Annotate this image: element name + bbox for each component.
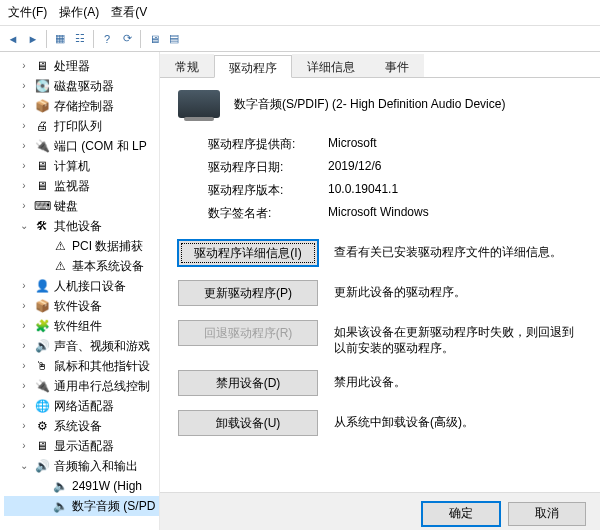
- tree-item-label: 键盘: [54, 197, 78, 215]
- menu-bar: 文件(F) 操作(A) 查看(V: [0, 0, 600, 26]
- tree-item[interactable]: 🔈2491W (High: [4, 476, 159, 496]
- twisty-icon[interactable]: ›: [18, 157, 30, 175]
- device-category-icon: 🧩: [34, 318, 50, 334]
- disable-device-desc: 禁用此设备。: [334, 370, 582, 390]
- device-category-icon: 🔊: [34, 338, 50, 354]
- tree-item[interactable]: ›🖱鼠标和其他指针设: [4, 356, 159, 376]
- twisty-icon[interactable]: ›: [18, 437, 30, 455]
- tab-events[interactable]: 事件: [370, 54, 424, 77]
- twisty-icon[interactable]: ›: [18, 417, 30, 435]
- device-category-icon: 👤: [34, 278, 50, 294]
- tree-item-label: 处理器: [54, 57, 90, 75]
- scan-icon[interactable]: ⟳: [118, 30, 136, 48]
- twisty-icon[interactable]: ›: [18, 377, 30, 395]
- device-category-icon: ⚠: [52, 258, 68, 274]
- device-category-icon: ⚠: [52, 238, 68, 254]
- tree-item-label: 显示适配器: [54, 437, 114, 455]
- forward-icon[interactable]: ►: [24, 30, 42, 48]
- tree-item-label: 监视器: [54, 177, 90, 195]
- tree-item-label: 通用串行总线控制: [54, 377, 150, 395]
- tree-item[interactable]: ›🖥监视器: [4, 176, 159, 196]
- tree-item-label: 系统设备: [54, 417, 102, 435]
- tree-item-label: 网络适配器: [54, 397, 114, 415]
- device-category-icon: 🖥: [34, 178, 50, 194]
- twisty-icon[interactable]: ›: [18, 137, 30, 155]
- device-tree[interactable]: ›🖥处理器›💽磁盘驱动器›📦存储控制器›🖨打印队列›🔌端口 (COM 和 LP›…: [0, 52, 160, 530]
- ok-button[interactable]: 确定: [422, 502, 500, 526]
- extra-icon[interactable]: ▤: [165, 30, 183, 48]
- tab-general[interactable]: 常规: [160, 54, 214, 77]
- tree-item[interactable]: ›🧩软件组件: [4, 316, 159, 336]
- twisty-icon[interactable]: ⌄: [18, 457, 30, 475]
- tree-item[interactable]: ›⚙系统设备: [4, 416, 159, 436]
- properties-dialog: 常规 驱动程序 详细信息 事件 数字音频(S/PDIF) (2- High De…: [160, 52, 600, 530]
- twisty-icon[interactable]: ⌄: [18, 217, 30, 235]
- device-icon[interactable]: 🖥: [145, 30, 163, 48]
- twisty-icon[interactable]: ›: [18, 177, 30, 195]
- tree-item[interactable]: ›⌨键盘: [4, 196, 159, 216]
- disable-device-button[interactable]: 禁用设备(D): [178, 370, 318, 396]
- tree-item[interactable]: ›📦存储控制器: [4, 96, 159, 116]
- twisty-icon[interactable]: ›: [18, 317, 30, 335]
- tree-icon[interactable]: ☷: [71, 30, 89, 48]
- twisty-icon[interactable]: ›: [18, 77, 30, 95]
- tree-item[interactable]: 🔈数字音频 (S/PD: [4, 496, 159, 516]
- twisty-icon[interactable]: ›: [18, 397, 30, 415]
- tree-item-label: 磁盘驱动器: [54, 77, 114, 95]
- cancel-button[interactable]: 取消: [508, 502, 586, 526]
- device-title: 数字音频(S/PDIF) (2- High Definition Audio D…: [234, 96, 505, 113]
- tree-item[interactable]: ›🖥处理器: [4, 56, 159, 76]
- tree-item[interactable]: ›💽磁盘驱动器: [4, 76, 159, 96]
- uninstall-device-button[interactable]: 卸载设备(U): [178, 410, 318, 436]
- provider-value: Microsoft: [328, 136, 377, 153]
- menu-action[interactable]: 操作(A): [55, 2, 103, 23]
- twisty-icon[interactable]: ›: [18, 97, 30, 115]
- twisty-icon[interactable]: ›: [18, 197, 30, 215]
- tree-item[interactable]: ›🖨打印队列: [4, 116, 159, 136]
- update-driver-desc: 更新此设备的驱动程序。: [334, 280, 582, 300]
- tree-item-label: 人机接口设备: [54, 277, 126, 295]
- tree-item[interactable]: ›📦软件设备: [4, 296, 159, 316]
- separator: [140, 30, 141, 48]
- twisty-icon[interactable]: ›: [18, 297, 30, 315]
- tree-item[interactable]: ⚠基本系统设备: [4, 256, 159, 276]
- twisty-icon[interactable]: ›: [18, 277, 30, 295]
- tree-item-label: PCI 数据捕获: [72, 237, 143, 255]
- twisty-icon[interactable]: ›: [18, 357, 30, 375]
- show-icon[interactable]: ▦: [51, 30, 69, 48]
- tree-item[interactable]: ›🌐网络适配器: [4, 396, 159, 416]
- twisty-icon[interactable]: ›: [18, 337, 30, 355]
- help-icon[interactable]: ?: [98, 30, 116, 48]
- separator: [93, 30, 94, 48]
- menu-file[interactable]: 文件(F): [4, 2, 51, 23]
- tree-item[interactable]: ›🖥计算机: [4, 156, 159, 176]
- device-category-icon: 🖱: [34, 358, 50, 374]
- tree-item[interactable]: ›👤人机接口设备: [4, 276, 159, 296]
- tree-item[interactable]: ›🖥显示适配器: [4, 436, 159, 456]
- device-category-icon: 🖥: [34, 58, 50, 74]
- tree-item-label: 其他设备: [54, 217, 102, 235]
- tree-item[interactable]: ›🔊声音、视频和游戏: [4, 336, 159, 356]
- tree-item[interactable]: ›🔌通用串行总线控制: [4, 376, 159, 396]
- tab-details[interactable]: 详细信息: [292, 54, 370, 77]
- twisty-icon[interactable]: ›: [18, 117, 30, 135]
- back-icon[interactable]: ◄: [4, 30, 22, 48]
- version-label: 驱动程序版本:: [208, 182, 328, 199]
- dialog-buttons: 确定 取消: [160, 492, 600, 530]
- uninstall-device-desc: 从系统中卸载设备(高级)。: [334, 410, 582, 430]
- date-label: 驱动程序日期:: [208, 159, 328, 176]
- device-category-icon: 📦: [34, 298, 50, 314]
- device-category-icon: 🔊: [34, 458, 50, 474]
- tree-item[interactable]: ⚠PCI 数据捕获: [4, 236, 159, 256]
- driver-details-button[interactable]: 驱动程序详细信息(I): [178, 240, 318, 266]
- tree-item[interactable]: ›🔌端口 (COM 和 LP: [4, 136, 159, 156]
- tab-driver[interactable]: 驱动程序: [214, 55, 292, 78]
- menu-view[interactable]: 查看(V: [107, 2, 151, 23]
- tree-item[interactable]: ⌄🛠其他设备: [4, 216, 159, 236]
- tree-item-label: 端口 (COM 和 LP: [54, 137, 147, 155]
- tree-item-label: 打印队列: [54, 117, 102, 135]
- tree-item[interactable]: ⌄🔊音频输入和输出: [4, 456, 159, 476]
- twisty-icon[interactable]: ›: [18, 57, 30, 75]
- device-category-icon: 🔈: [52, 478, 68, 494]
- update-driver-button[interactable]: 更新驱动程序(P): [178, 280, 318, 306]
